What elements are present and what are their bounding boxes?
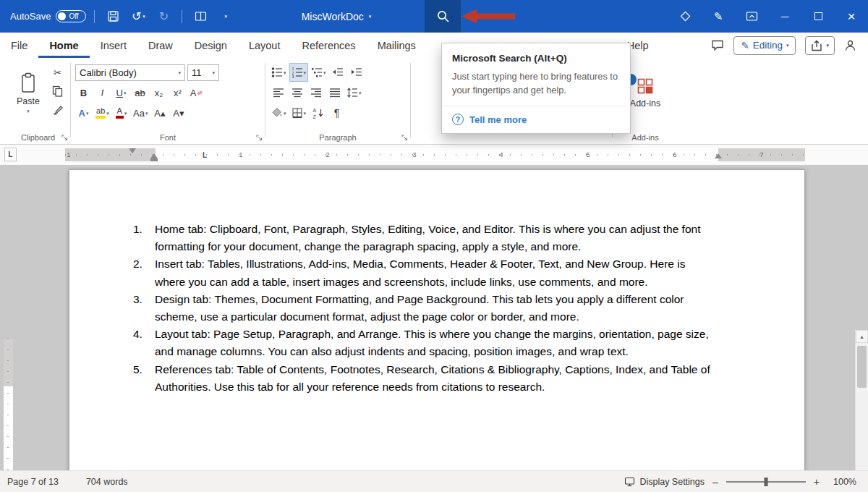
numbering-button[interactable]: 123 ▾ <box>290 64 308 81</box>
change-case-button[interactable]: Aa▾ <box>132 104 149 122</box>
editing-mode-button[interactable]: ✎ Editing ▾ <box>733 36 796 55</box>
grow-font-button[interactable]: A▴ <box>151 104 168 122</box>
left-indent-marker[interactable] <box>150 158 158 161</box>
list-item[interactable]: 3. Design tab: Themes, Document Formatti… <box>133 291 719 326</box>
search-popup-body: Just start typing here to bring features… <box>452 69 620 97</box>
zoom-level[interactable]: 100% <box>827 477 856 487</box>
zoom-in-button[interactable]: + <box>814 477 820 487</box>
strikethrough-button[interactable]: ab <box>132 84 148 101</box>
sort-button[interactable]: AZ <box>310 104 326 122</box>
line-spacing-button[interactable]: ▾ <box>345 84 363 101</box>
first-line-indent-marker[interactable] <box>129 148 136 153</box>
document-page[interactable]: 1. Home tab: Clipboard, Font, Paragraph,… <box>69 169 805 470</box>
hanging-indent-marker[interactable] <box>150 153 158 158</box>
quick-access-menu-button[interactable]: ▾ <box>216 6 236 27</box>
subscript-button[interactable]: x₂ <box>150 84 167 101</box>
word-count[interactable]: 704 words <box>86 477 128 487</box>
autosave-state: Off <box>69 12 78 20</box>
zoom-slider-thumb[interactable] <box>764 478 767 486</box>
list-item[interactable]: 5. References tab: Table of Contents, Fo… <box>133 361 719 396</box>
tab-draw[interactable]: Draw <box>137 33 184 58</box>
maximize-button[interactable] <box>801 0 835 33</box>
tab-references[interactable]: References <box>291 33 366 58</box>
account-button[interactable] <box>844 39 856 51</box>
clipboard-dialog-launcher[interactable] <box>61 135 68 141</box>
bold-button[interactable]: B <box>75 84 92 101</box>
horizontal-ruler[interactable]: 1 1 2 3 4 5 6 7 L <box>65 148 805 161</box>
list-item[interactable]: 1. Home tab: Clipboard, Font, Paragraph,… <box>133 221 719 255</box>
clear-formatting-button[interactable]: A <box>188 84 205 101</box>
redo-button[interactable]: ↻ <box>153 6 174 27</box>
font-row-basic: B I U▾ ab x₂ x² A <box>75 83 260 102</box>
undo-button[interactable]: ↺ ▾ <box>128 6 148 27</box>
font-dialog-launcher[interactable] <box>256 135 263 141</box>
tab-selector-button[interactable]: L <box>4 148 17 161</box>
ribbon-display-options-button[interactable] <box>735 0 768 33</box>
right-indent-marker[interactable] <box>715 153 722 158</box>
microsoft-search-popup: Microsoft Search (Alt+Q) Just start typi… <box>441 43 631 134</box>
paragraph-dialog-launcher[interactable] <box>401 135 408 141</box>
cut-button[interactable]: ✂ <box>49 64 66 81</box>
tab-mailings[interactable]: Mailings <box>367 33 427 58</box>
tell-me-more-link[interactable]: ? Tell me more <box>442 106 630 133</box>
draw-pen-button[interactable]: ✎ <box>702 0 735 33</box>
read-mode-button[interactable] <box>190 6 210 27</box>
autosave-toggle[interactable]: Off <box>56 10 86 22</box>
font-size-combobox[interactable]: 11 ▾ <box>187 64 219 81</box>
justify-button[interactable] <box>326 84 343 101</box>
list-text: References tab: Table of Contents, Footn… <box>155 361 718 396</box>
scroll-up-button[interactable]: ▲ <box>856 330 868 343</box>
tab-label: Insert <box>101 40 127 51</box>
list-item[interactable]: 4. Layout tab: Page Setup, Paragraph, an… <box>133 326 719 360</box>
bullets-button[interactable]: ▾ <box>270 64 288 81</box>
comments-button[interactable] <box>711 39 724 51</box>
tab-home[interactable]: Home <box>38 33 89 58</box>
text-effects-button[interactable]: A▾ <box>75 104 92 122</box>
scrollbar-thumb[interactable] <box>857 346 867 388</box>
designer-button[interactable] <box>668 0 702 33</box>
decrease-indent-button[interactable] <box>330 64 346 81</box>
format-painter-button[interactable] <box>49 101 66 119</box>
shrink-font-button[interactable]: A▾ <box>170 104 187 122</box>
tab-file[interactable]: File <box>0 33 38 58</box>
italic-button[interactable]: I <box>94 84 111 101</box>
increase-indent-button[interactable] <box>349 64 365 81</box>
text-highlight-button[interactable]: ab ▾ <box>94 104 111 122</box>
show-formatting-button[interactable]: ¶ <box>328 104 345 122</box>
editing-label: Editing <box>753 40 783 51</box>
align-left-button[interactable] <box>270 84 286 101</box>
ruler-number: 4 <box>499 150 503 158</box>
tab-design[interactable]: Design <box>184 33 238 58</box>
list-item[interactable]: 2. Insert tab: Tables, Illustrations, Ad… <box>133 255 719 290</box>
underline-button[interactable]: U▾ <box>113 84 129 101</box>
svg-text:A: A <box>312 108 316 113</box>
tab-insert[interactable]: Insert <box>90 33 137 58</box>
zoom-slider[interactable] <box>726 481 806 483</box>
save-button[interactable] <box>103 6 123 27</box>
align-center-button[interactable] <box>289 84 305 101</box>
document-title[interactable]: MiscWorkDoc ▾ <box>288 0 385 33</box>
close-button[interactable]: × <box>835 0 868 33</box>
paragraph-row-shading: ▾ ▾ AZ ¶ <box>270 103 406 122</box>
vertical-ruler[interactable]: 1 2 <box>4 339 13 470</box>
multilevel-list-button[interactable]: ▾ <box>310 64 328 81</box>
vertical-scrollbar[interactable]: ▲ ▼ <box>855 330 868 470</box>
ruler-number: 2 <box>326 150 329 158</box>
minimize-button[interactable]: ─ <box>768 0 801 33</box>
tab-layout[interactable]: Layout <box>238 33 292 58</box>
paste-button[interactable]: Paste ▾ <box>10 62 46 124</box>
page-indicator[interactable]: Page 7 of 13 <box>7 477 59 487</box>
copy-button[interactable] <box>49 82 66 100</box>
superscript-button[interactable]: x² <box>169 84 186 101</box>
share-button[interactable]: ▾ <box>805 36 835 55</box>
font-name-combobox[interactable]: Calibri (Body) ▾ <box>75 64 185 81</box>
zoom-out-button[interactable]: – <box>712 477 718 487</box>
tab-stop-marker[interactable]: L <box>203 151 207 159</box>
display-settings-button[interactable]: Display Settings <box>624 477 705 487</box>
shading-button[interactable]: ▾ <box>270 104 288 122</box>
paste-label: Paste <box>17 96 40 106</box>
align-right-button[interactable] <box>307 84 324 101</box>
font-color-button[interactable]: A ▾ <box>113 104 129 122</box>
search-button[interactable] <box>425 0 461 33</box>
borders-button[interactable]: ▾ <box>290 104 308 122</box>
